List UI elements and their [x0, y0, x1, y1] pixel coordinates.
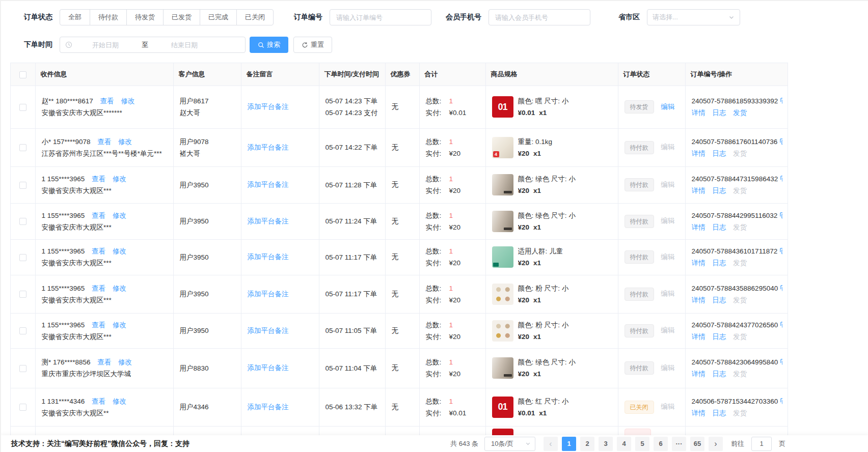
add-note-link[interactable]: 添加平台备注 — [248, 327, 289, 334]
copy-icon[interactable] — [780, 175, 782, 182]
add-note-link[interactable]: 添加平台备注 — [248, 103, 289, 110]
product-qty: x1 — [533, 259, 541, 267]
log-link[interactable]: 日志 — [712, 259, 726, 267]
detail-link[interactable]: 详情 — [692, 223, 706, 231]
region-select[interactable]: 请选择... — [647, 9, 740, 25]
modify-link[interactable]: 修改 — [113, 398, 126, 405]
product-spec: 重量: 0.1kg — [518, 136, 553, 148]
modify-link[interactable]: 修改 — [113, 175, 126, 183]
tab-pending-payment[interactable]: 待付款 — [90, 9, 127, 25]
order-number: 240507-5788436101711872 — [692, 247, 778, 255]
view-link[interactable]: 查看 — [92, 285, 105, 292]
log-link[interactable]: 日志 — [712, 150, 726, 157]
order-no-input[interactable] — [330, 9, 431, 25]
row-checkbox[interactable] — [19, 327, 26, 334]
detail-link[interactable]: 详情 — [692, 187, 706, 194]
view-link[interactable]: 查看 — [92, 321, 105, 329]
tab-completed[interactable]: 已完成 — [200, 9, 237, 25]
order-number: 240507-5788435886295040 — [692, 285, 778, 292]
view-link[interactable]: 查看 — [97, 358, 111, 366]
search-button[interactable]: 搜索 — [250, 37, 288, 53]
detail-link[interactable]: 详情 — [692, 150, 706, 157]
add-note-link[interactable]: 添加平台备注 — [248, 217, 289, 225]
row-checkbox[interactable] — [19, 144, 26, 151]
log-link[interactable]: 日志 — [712, 223, 726, 231]
add-note-link[interactable]: 添加平台备注 — [248, 364, 289, 372]
row-checkbox[interactable] — [19, 291, 26, 298]
modify-link[interactable]: 修改 — [113, 212, 126, 219]
prev-page-button: ‹ — [544, 437, 558, 451]
log-link[interactable]: 日志 — [712, 187, 726, 194]
next-page-button[interactable]: › — [709, 437, 723, 451]
page-button-6[interactable]: 6 — [654, 437, 668, 451]
view-link[interactable]: 查看 — [92, 212, 105, 219]
ship-link: 发货 — [733, 259, 747, 267]
ship-link[interactable]: 发货 — [733, 109, 747, 117]
add-note-link[interactable]: 添加平台备注 — [248, 181, 289, 188]
select-all-checkbox[interactable] — [19, 71, 26, 78]
more-pages-button[interactable]: ··· — [672, 437, 686, 451]
goto-page-input[interactable] — [751, 437, 772, 451]
view-link[interactable]: 查看 — [100, 97, 114, 105]
modify-link[interactable]: 修改 — [113, 247, 126, 255]
view-link[interactable]: 查看 — [92, 398, 105, 405]
add-note-link[interactable]: 添加平台备注 — [248, 403, 289, 411]
view-link[interactable]: 查看 — [92, 247, 105, 255]
add-note-link[interactable]: 添加平台备注 — [248, 290, 289, 298]
edit-link: 编辑 — [661, 326, 674, 334]
modify-link[interactable]: 修改 — [113, 285, 126, 292]
view-link[interactable]: 查看 — [97, 138, 111, 146]
tab-pending-shipment[interactable]: 待发货 — [126, 9, 164, 25]
add-note-link[interactable]: 添加平台备注 — [248, 253, 289, 261]
detail-link[interactable]: 详情 — [692, 409, 706, 417]
row-checkbox[interactable] — [19, 254, 26, 261]
log-link[interactable]: 日志 — [712, 370, 726, 378]
add-note-link[interactable]: 添加平台备注 — [248, 144, 289, 151]
page-button-last[interactable]: 65 — [690, 437, 704, 451]
log-link[interactable]: 日志 — [712, 333, 726, 341]
page-button-3[interactable]: 3 — [599, 437, 613, 451]
page-button-4[interactable]: 4 — [617, 437, 631, 451]
detail-link[interactable]: 详情 — [692, 333, 706, 341]
tab-all[interactable]: 全部 — [60, 9, 90, 25]
row-checkbox[interactable] — [19, 104, 26, 111]
page-size-select[interactable]: 10条/页 — [484, 437, 535, 451]
tab-closed[interactable]: 已关闭 — [236, 9, 274, 25]
detail-link[interactable]: 详情 — [692, 296, 706, 304]
copy-icon[interactable] — [780, 97, 782, 104]
copy-icon[interactable] — [780, 285, 782, 292]
reset-button[interactable]: 重置 — [293, 37, 332, 53]
log-link[interactable]: 日志 — [712, 409, 726, 417]
detail-link[interactable]: 详情 — [692, 109, 706, 117]
edit-link[interactable]: 编辑 — [661, 103, 674, 110]
copy-icon[interactable] — [779, 247, 782, 255]
detail-link[interactable]: 详情 — [692, 259, 706, 267]
start-date-input[interactable] — [72, 38, 139, 52]
modify-link[interactable]: 修改 — [118, 358, 132, 366]
copy-icon[interactable] — [780, 321, 782, 328]
member-phone-input[interactable] — [489, 9, 590, 25]
page-button-5[interactable]: 5 — [635, 437, 649, 451]
copy-icon[interactable] — [779, 212, 782, 219]
tab-shipped[interactable]: 已发货 — [163, 9, 200, 25]
row-checkbox[interactable] — [19, 404, 26, 411]
modify-link[interactable]: 修改 — [113, 321, 126, 329]
page-button-1[interactable]: 1 — [562, 437, 576, 451]
copy-icon[interactable] — [780, 398, 782, 405]
row-checkbox[interactable] — [19, 182, 26, 189]
row-checkbox[interactable] — [19, 218, 26, 225]
page-button-2[interactable]: 2 — [580, 437, 594, 451]
log-link[interactable]: 日志 — [712, 109, 726, 117]
end-date-input[interactable] — [151, 38, 218, 52]
date-range-picker[interactable]: 至 — [60, 37, 246, 53]
copy-icon[interactable] — [779, 138, 782, 145]
log-link[interactable]: 日志 — [712, 296, 726, 304]
row-checkbox[interactable] — [19, 365, 26, 372]
status-badge: 待付款 — [625, 215, 654, 228]
detail-link[interactable]: 详情 — [692, 370, 706, 378]
copy-icon[interactable] — [780, 358, 782, 365]
customer-id: 用户4346 — [180, 401, 235, 413]
modify-link[interactable]: 修改 — [121, 97, 134, 105]
view-link[interactable]: 查看 — [92, 175, 105, 183]
modify-link[interactable]: 修改 — [118, 138, 132, 146]
